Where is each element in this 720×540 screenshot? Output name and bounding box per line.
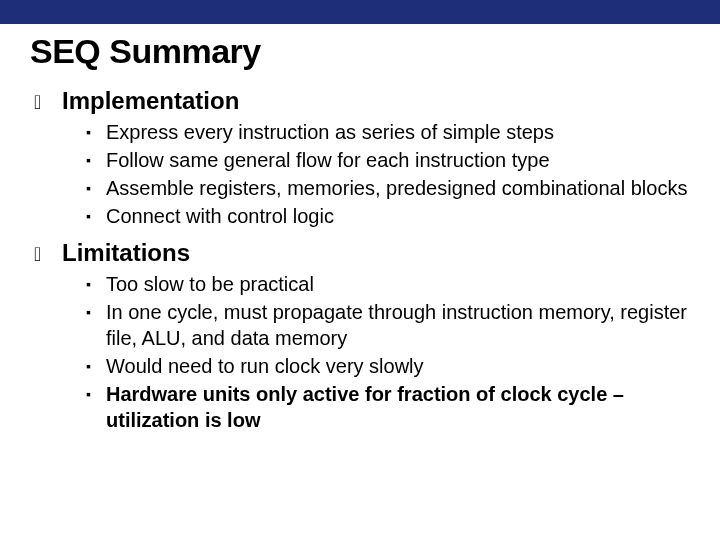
list-item-text: In one cycle, must propagate through ins… [106, 299, 690, 351]
square-bullet-icon: ▪ [86, 203, 106, 229]
list-item-text: Connect with control logic [106, 203, 334, 229]
list-item: ▪ Too slow to be practical [86, 271, 690, 297]
list-item: ▪ Would need to run clock very slowly [86, 353, 690, 379]
list-item: ▪ Assemble registers, memories, predesig… [86, 175, 690, 201]
header-bar [0, 0, 720, 24]
section-heading-row: 𧨹 Implementation [30, 87, 690, 115]
square-bullet-icon: ▪ [86, 353, 106, 379]
list-item-text: Assemble registers, memories, predesigne… [106, 175, 687, 201]
list-item: ▪ Follow same general flow for each inst… [86, 147, 690, 173]
list-item: ▪ Express every instruction as series of… [86, 119, 690, 145]
square-bullet-icon: ▪ [86, 175, 106, 201]
list-item: ▪ In one cycle, must propagate through i… [86, 299, 690, 351]
square-bullet-icon: ▪ [86, 299, 106, 325]
square-bullet-icon: ▪ [86, 147, 106, 173]
section-limitations: 𧨹 Limitations ▪ Too slow to be practical… [30, 239, 690, 433]
outline-circle-icon: 𧨹 [30, 91, 62, 114]
section-heading: Implementation [62, 87, 239, 115]
list-item: ▪ Hardware units only active for fractio… [86, 381, 690, 433]
list-item-text: Too slow to be practical [106, 271, 314, 297]
sub-list: ▪ Too slow to be practical ▪ In one cycl… [86, 271, 690, 433]
section-implementation: 𧨹 Implementation ▪ Express every instruc… [30, 87, 690, 229]
sub-list: ▪ Express every instruction as series of… [86, 119, 690, 229]
square-bullet-icon: ▪ [86, 119, 106, 145]
list-item-text: Express every instruction as series of s… [106, 119, 554, 145]
square-bullet-icon: ▪ [86, 271, 106, 297]
section-heading: Limitations [62, 239, 190, 267]
list-item-text: Follow same general flow for each instru… [106, 147, 550, 173]
square-bullet-icon: ▪ [86, 381, 106, 407]
slide-body: SEQ Summary 𧨹 Implementation ▪ Express e… [0, 32, 720, 433]
list-item-text: Would need to run clock very slowly [106, 353, 424, 379]
slide-title: SEQ Summary [30, 32, 690, 71]
list-item-text: Hardware units only active for fraction … [106, 381, 690, 433]
list-item: ▪ Connect with control logic [86, 203, 690, 229]
section-heading-row: 𧨹 Limitations [30, 239, 690, 267]
outline-circle-icon: 𧨹 [30, 243, 62, 266]
